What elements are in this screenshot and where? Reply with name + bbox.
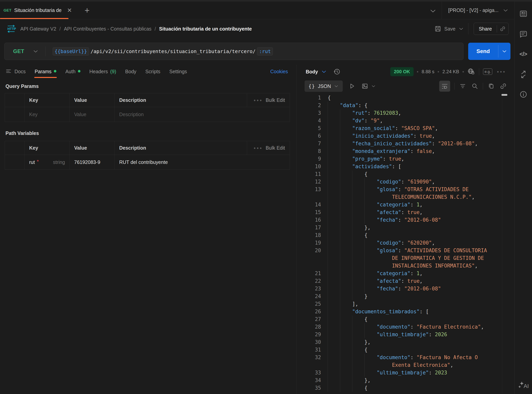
send-button[interactable]: Send bbox=[468, 43, 511, 60]
description-input[interactable]: Description bbox=[114, 107, 290, 122]
breadcrumb-separator: / bbox=[59, 26, 61, 32]
value-cell[interactable]: 76192083-9 bbox=[70, 155, 114, 169]
tab-scripts[interactable]: Scripts bbox=[145, 65, 160, 78]
switch-pane-arrows-icon[interactable] bbox=[519, 70, 528, 79]
close-tab-icon[interactable]: ✕ bbox=[67, 7, 72, 14]
meta-divider bbox=[479, 68, 479, 75]
search-icon[interactable] bbox=[471, 83, 479, 90]
column-header: Key bbox=[25, 141, 70, 155]
code-line: TELECOMUNICACIONES N.C.P.", bbox=[297, 193, 514, 201]
row-select-cell[interactable] bbox=[5, 141, 25, 155]
environment-selector[interactable]: [PROD] - [V2] - apiga... bbox=[448, 2, 509, 19]
environment-label: [PROD] - [V2] - apiga... bbox=[448, 7, 499, 13]
copy-icon[interactable] bbox=[487, 83, 495, 90]
table-row: rut*string76192083-9RUT del contribuyent… bbox=[5, 155, 290, 169]
code-line: 28"documento": "Factura Electronica", bbox=[297, 323, 514, 331]
url-path[interactable]: /api/v2/sii/contribuyentes/situacion_tri… bbox=[91, 49, 256, 54]
line-number: 5 bbox=[297, 124, 321, 132]
link-icon[interactable] bbox=[500, 83, 507, 90]
meta-dot bbox=[462, 71, 464, 73]
comment-icon[interactable] bbox=[519, 30, 528, 38]
copy-link-icon[interactable] bbox=[497, 26, 508, 32]
word-wrap-toggle[interactable] bbox=[439, 81, 450, 92]
line-number: 16 bbox=[297, 216, 321, 224]
tab-list-chevron-icon[interactable] bbox=[429, 7, 437, 15]
method-dropdown-chevron-icon[interactable] bbox=[32, 48, 39, 54]
postbot-ai-icon[interactable]: AI bbox=[518, 381, 529, 389]
format-chevron-icon bbox=[334, 84, 339, 89]
main-split: DocsParamsAuthHeaders(9)BodyScriptsSetti… bbox=[0, 65, 532, 394]
response-view-chevron-icon[interactable] bbox=[321, 68, 327, 75]
bulk-edit-button[interactable]: ∘∘∘Bulk Edit bbox=[247, 141, 290, 155]
send-label: Send bbox=[468, 43, 498, 60]
query-params-table: KeyValueDescription∘∘∘Bulk EditKeyValueD… bbox=[5, 93, 290, 122]
save-options-chevron-icon[interactable] bbox=[458, 26, 464, 32]
filter-icon[interactable] bbox=[459, 83, 466, 90]
share-label: Share bbox=[474, 26, 497, 32]
line-number: 31 bbox=[297, 346, 321, 354]
request-url-row: GET {{baseUrl}} /api/v2/sii/contribuyent… bbox=[0, 38, 532, 65]
code-line: 33"ultimo_timbraje": 2023 bbox=[297, 369, 514, 377]
key-input[interactable]: Key bbox=[25, 107, 70, 122]
response-view-selector[interactable]: Body bbox=[306, 69, 318, 75]
status-badge: 200 OK bbox=[390, 67, 414, 76]
active-tab-underline bbox=[0, 18, 68, 19]
new-tab-button[interactable]: + bbox=[85, 2, 90, 19]
environment-quick-look-icon[interactable] bbox=[519, 9, 528, 18]
format-label: JSON bbox=[318, 83, 331, 89]
column-header: Description bbox=[114, 93, 247, 107]
save-button[interactable]: Save bbox=[434, 19, 464, 38]
row-select-cell[interactable] bbox=[5, 107, 25, 122]
network-info-icon[interactable] bbox=[467, 68, 475, 76]
tab-auth[interactable]: Auth bbox=[65, 65, 80, 78]
word-wrap-icon bbox=[441, 83, 448, 90]
format-selector[interactable]: {} JSON bbox=[305, 80, 343, 92]
code-line: 25], bbox=[297, 300, 514, 308]
response-history-icon[interactable] bbox=[333, 68, 341, 76]
visualize-chevron-icon[interactable] bbox=[371, 84, 376, 89]
breadcrumb-item[interactable]: Situación tributaria de un contribuyente bbox=[159, 26, 252, 32]
code-line: 26"documentos_timbrados": [ bbox=[297, 308, 514, 316]
required-asterisk: * bbox=[37, 159, 39, 165]
send-options-chevron-icon[interactable] bbox=[498, 43, 511, 60]
example-icon[interactable]: e.g. bbox=[483, 68, 492, 75]
request-pane: DocsParamsAuthHeaders(9)BodyScriptsSetti… bbox=[0, 65, 297, 394]
share-button[interactable]: Share bbox=[474, 23, 508, 35]
base-url-variable[interactable]: {{baseUrl}} bbox=[53, 47, 89, 55]
tab-params[interactable]: Params bbox=[35, 65, 56, 78]
tab-body[interactable]: Body bbox=[125, 65, 136, 78]
more-options-icon[interactable]: ∘∘∘ bbox=[496, 69, 506, 74]
breadcrumb-item[interactable]: API Gateway V2 bbox=[20, 26, 56, 32]
braces-icon: {} bbox=[308, 83, 315, 89]
code-line: 16"fecha": "2012-06-08" bbox=[297, 216, 514, 224]
tab-settings[interactable]: Settings bbox=[169, 65, 187, 78]
preview-play-icon[interactable] bbox=[348, 83, 356, 90]
cookies-link[interactable]: Cookies bbox=[270, 65, 288, 78]
code-line: INSTALACIONES INFORMATICAS", bbox=[297, 262, 514, 270]
url-editor[interactable]: GET {{baseUrl}} /api/v2/sii/contribuyent… bbox=[4, 43, 464, 60]
ai-label: AI bbox=[524, 383, 529, 389]
response-size: 2.24 KB bbox=[442, 69, 459, 74]
breadcrumb-item[interactable]: API Contribuyentes - Consultas públicas bbox=[64, 26, 151, 32]
bulk-edit-button[interactable]: ∘∘∘Bulk Edit bbox=[247, 93, 290, 107]
row-select-cell[interactable] bbox=[5, 93, 25, 107]
request-tab[interactable]: GET Situación tributaria de ✕ bbox=[0, 2, 72, 19]
info-icon[interactable] bbox=[519, 90, 528, 99]
response-json: 1{2"data": {3"rut": 76192083,4"dv": "9",… bbox=[297, 94, 514, 392]
url-text[interactable]: {{baseUrl}} /api/v2/sii/contribuyentes/s… bbox=[53, 47, 273, 55]
scrollbar-thumb[interactable] bbox=[501, 94, 507, 96]
description-cell[interactable]: RUT del contribuyente bbox=[114, 155, 290, 169]
tab-docs[interactable]: Docs bbox=[5, 65, 26, 78]
code-snippet-icon[interactable]: </> bbox=[519, 51, 527, 57]
code-line: 29"ultimo_timbraje": 2026 bbox=[297, 331, 514, 338]
value-input[interactable]: Value bbox=[70, 107, 114, 122]
key-cell[interactable]: rut*string bbox=[25, 155, 70, 169]
svg-text:HTTP: HTTP bbox=[7, 27, 16, 31]
row-select-cell[interactable] bbox=[5, 155, 25, 169]
path-param-token[interactable]: :rut bbox=[257, 47, 273, 55]
code-line: 12"codigo": "619090", bbox=[297, 178, 514, 186]
response-body-viewer[interactable]: 1{2"data": {3"rut": 76192083,4"dv": "9",… bbox=[297, 94, 514, 394]
http-request-icon: HTTP bbox=[6, 24, 16, 33]
visualize-image-icon[interactable] bbox=[361, 83, 368, 90]
tab-headers[interactable]: Headers(9) bbox=[89, 65, 116, 78]
